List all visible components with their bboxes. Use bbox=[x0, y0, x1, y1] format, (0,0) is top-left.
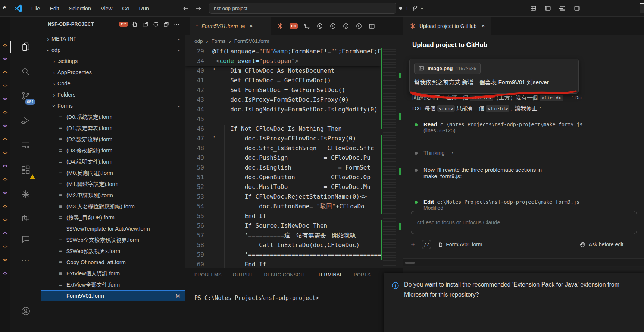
refresh-icon[interactable] bbox=[153, 21, 159, 28]
edit-step[interactable]: Editc:\Notes Projects\nsf-odp-project\ma… bbox=[414, 199, 641, 211]
close-icon[interactable]: × bbox=[481, 23, 485, 29]
windows-layers-icon[interactable] bbox=[17, 209, 35, 227]
tree-item[interactable]: ≡ $$Web預設視界x.form bbox=[41, 246, 185, 257]
tree-item[interactable]: ≡ Form5V01.form M bbox=[41, 290, 185, 301]
code-text[interactable]: doc.ButtonName= "駁回"+CFlowDo bbox=[212, 202, 381, 211]
tree-item[interactable]: ≡ (M2.申請類別).form bbox=[41, 190, 185, 201]
collapse-all-icon[interactable] bbox=[163, 21, 169, 28]
overview-ruler[interactable] bbox=[398, 47, 403, 268]
tree-item[interactable]: ≡ $$ViewTemplate for AutoView.form bbox=[41, 223, 185, 234]
extensions-icon[interactable] bbox=[17, 161, 35, 178]
menu-item[interactable]: Selection bbox=[65, 4, 95, 13]
more-actions-icon[interactable] bbox=[173, 21, 180, 28]
tree-item[interactable]: ≡ (搜尋_目前DB).form bbox=[41, 212, 185, 223]
code-line[interactable]: 41 Set CFlowDoc = GetCFlowDoc() bbox=[185, 76, 381, 85]
line-number[interactable]: 40 bbox=[185, 66, 212, 76]
tree-item[interactable]: odp bbox=[41, 44, 185, 56]
claude-code-badge[interactable]: CC bbox=[119, 22, 128, 27]
tree-item[interactable]: Code bbox=[41, 78, 185, 89]
code-line[interactable]: 49 doc.PushSign = CFlowDoc.Pu bbox=[185, 153, 381, 163]
line-number[interactable]: 59 bbox=[185, 250, 212, 260]
code-text[interactable]: Call InExtraDo(doc,CFlowDoc) bbox=[212, 240, 381, 250]
tree-item[interactable]: ≡ (D3.修改記錄).form bbox=[41, 145, 185, 156]
breadcrumb[interactable]: odp › Forms › Form5V01.form bbox=[185, 35, 403, 47]
code-lines[interactable]: 40' Dim CFlowDoc As NotesDocument41 Set … bbox=[185, 66, 381, 268]
code-text[interactable]: End If bbox=[212, 211, 381, 221]
git-fetch-icon[interactable] bbox=[412, 5, 418, 12]
line-number[interactable]: 42 bbox=[185, 85, 212, 95]
panel-tab[interactable]: PROBLEMS bbox=[194, 272, 222, 281]
nav-back-icon[interactable] bbox=[316, 22, 323, 30]
search-icon[interactable] bbox=[17, 62, 35, 80]
breadcrumb-segment[interactable]: Forms bbox=[212, 38, 226, 44]
code-text[interactable]: <code event="postopen"> bbox=[212, 56, 381, 66]
notification-toast[interactable]: Do you want to install the recommended '… bbox=[384, 273, 644, 332]
code-line[interactable]: 54 doc.ButtonName= "駁回"+CFlowDo bbox=[185, 202, 381, 211]
code-text[interactable]: doc.Sffc_IsBatchSign = CFlowDoc.Sffc bbox=[212, 143, 381, 153]
tree-item[interactable]: Folders bbox=[41, 89, 185, 100]
code-text[interactable]: doc.PushSign = CFlowDoc.Pu bbox=[212, 153, 381, 163]
account-icon[interactable] bbox=[17, 302, 35, 320]
code-line[interactable]: 44 doc.IsLogModify=FormSetDoc.IsLogModif… bbox=[185, 105, 381, 114]
code-line[interactable]: 52 doc.MustToDo = CFlowDoc.Mu bbox=[185, 182, 381, 192]
line-number[interactable]: 48 bbox=[185, 143, 212, 153]
back-icon[interactable] bbox=[182, 5, 190, 12]
menu-item[interactable]: Run bbox=[135, 4, 153, 13]
code-line[interactable]: 42 Set FormSetDoc = GetFormSetDoc() bbox=[185, 85, 381, 95]
panel-tab[interactable]: DEBUG CONSOLE bbox=[264, 272, 306, 281]
running-task-count[interactable]: 1 bbox=[406, 6, 408, 11]
line-number[interactable]: 49 bbox=[185, 153, 212, 163]
menu-item[interactable]: File bbox=[28, 4, 44, 13]
toggle-secondary-sidebar-icon[interactable] bbox=[573, 5, 581, 12]
tree-item[interactable]: ≡ (M1.關鍵字設定).form bbox=[41, 178, 185, 190]
code-text[interactable]: doc.IsLogModify=FormSetDoc.IsLogModify(0… bbox=[212, 105, 381, 114]
line-number[interactable]: 43 bbox=[185, 95, 212, 105]
code-text[interactable]: '==========這一站有無需要一開始就執 bbox=[212, 231, 381, 240]
line-number[interactable]: 44 bbox=[185, 105, 212, 114]
nav-forward-icon[interactable] bbox=[342, 22, 350, 30]
line-number[interactable]: 34 bbox=[185, 56, 212, 66]
terminal-prompt[interactable]: PS C:\Notes Projects\nsf-odp-project> bbox=[194, 295, 319, 301]
code-text[interactable]: doc.IsEnglish = FormSet bbox=[212, 163, 381, 173]
code-line[interactable]: 45 bbox=[185, 114, 381, 124]
chevron-down-icon[interactable]: › bbox=[419, 7, 426, 9]
chat-input-box[interactable] bbox=[411, 211, 637, 234]
panel-tab[interactable]: PORTS bbox=[354, 272, 371, 281]
nav-location-icon[interactable] bbox=[329, 22, 337, 30]
line-number[interactable]: 46 bbox=[185, 124, 212, 134]
code-line[interactable]: 51 doc.OpenButton = CFlowDoc.Op bbox=[185, 173, 381, 182]
line-number[interactable]: 55 bbox=[185, 211, 212, 221]
code-editor[interactable]: 29@If(Language="EN"&amp;FormNameE!="";Fo… bbox=[185, 47, 381, 268]
context-file-chip[interactable]: Form5V01.form bbox=[438, 241, 482, 247]
tree-item[interactable]: ≡ (D1.設定套表).form bbox=[41, 123, 185, 134]
close-icon[interactable]: × bbox=[249, 23, 253, 29]
code-line[interactable]: 56 If Source.IsNewDoc Then bbox=[185, 221, 381, 231]
code-line[interactable]: 34 <code event="postopen"> bbox=[185, 56, 381, 66]
code-line[interactable]: 58 Call InExtraDo(doc,CFlowDoc) bbox=[185, 240, 381, 250]
line-number[interactable]: 29 bbox=[185, 47, 212, 56]
code-text[interactable]: If Not CFlowDoc Is Nothing Then bbox=[212, 124, 381, 134]
menu-item[interactable]: Go bbox=[118, 4, 133, 13]
code-line[interactable]: 60 End If bbox=[185, 260, 381, 268]
menu-item[interactable]: ··· bbox=[155, 4, 168, 13]
claude-code-badge[interactable]: CC bbox=[290, 23, 298, 29]
git-compare-icon[interactable] bbox=[303, 23, 310, 30]
code-line[interactable]: 47' doc.IsProxy=CFlowDoc.IsProxy(0) bbox=[185, 134, 381, 143]
tab-upload-project[interactable]: Upload project to GitHub × bbox=[403, 17, 491, 35]
thinking-step[interactable]: Thinking › bbox=[414, 149, 641, 156]
new-file-icon[interactable] bbox=[132, 21, 138, 28]
explorer-icon[interactable] bbox=[17, 38, 35, 56]
more-activity-icon[interactable]: ··· bbox=[17, 251, 35, 269]
sticky-scroll[interactable]: 29@If(Language="EN"&amp;FormNameE!="";Fo… bbox=[185, 47, 381, 66]
tree-item[interactable]: .settings bbox=[41, 56, 185, 67]
line-number[interactable]: 57 bbox=[185, 231, 212, 240]
slash-command-badge[interactable]: /7 bbox=[422, 240, 431, 249]
code-text[interactable]: If CFlowDoc.RejectStationName(0)<> bbox=[212, 192, 381, 202]
menu-item[interactable]: View bbox=[97, 4, 116, 13]
code-line[interactable]: 29@If(Language="EN"&amp;FormNameE!="";Fo… bbox=[185, 47, 381, 56]
line-number[interactable]: 58 bbox=[185, 240, 212, 250]
breadcrumb-segment[interactable]: odp bbox=[194, 38, 203, 44]
line-number[interactable]: 41 bbox=[185, 76, 212, 85]
tree-item[interactable]: ≡ (D0.系統設定).form bbox=[41, 111, 185, 123]
code-text[interactable]: ' Dim CFlowDoc As NotesDocument bbox=[212, 66, 381, 76]
